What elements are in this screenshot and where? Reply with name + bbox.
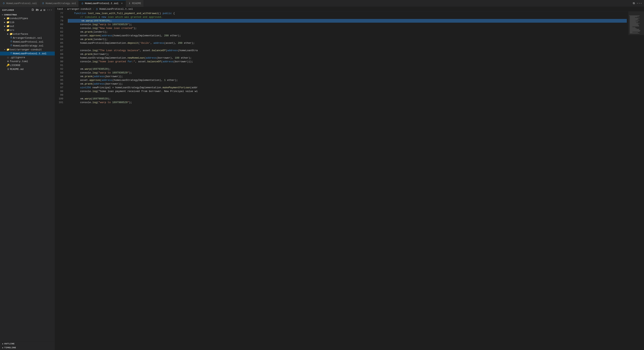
folder-icon: 📁 <box>6 17 10 20</box>
folder-arrow-src: ▾ <box>3 29 6 31</box>
sidebar-item-readme-md[interactable]: ℹ README.md <box>0 67 55 71</box>
sidebar-item-out[interactable]: ▶ 📁 out <box>0 24 55 28</box>
sidebar-item-lib[interactable]: ▶ 📁 lib <box>0 20 55 24</box>
timeline-panel[interactable]: ▶ TIMELINE <box>2 346 18 349</box>
code-line-93: console.log("warp to 1697938529"); <box>68 71 627 75</box>
main-layout: EXPLORER 🗋 🗁 ↺ ⊟ ··· ▾ CONDUITRWA ▶ 📁 co… <box>0 7 644 350</box>
new-file-icon[interactable]: 🗋 <box>31 8 34 12</box>
editor-area: test › arranger-conduit › HomeLoanProtoc… <box>55 7 644 350</box>
refresh-icon[interactable]: ↺ <box>40 8 42 12</box>
tree-root-label: CONDUITRWA <box>4 14 55 16</box>
timeline-panel-container: ▶ TIMELINE <box>0 346 55 350</box>
sidebar-item-arranger-conduit-sol[interactable]: ArrangerConduit.sol <box>0 36 55 40</box>
sidebar-item-conduit-pipes[interactable]: ▶ 📁 conduitPipes <box>0 16 55 20</box>
sidebar-header: EXPLORER 🗋 🗁 ↺ ⊟ ··· <box>0 7 55 13</box>
code-lines[interactable]: function test_new_loan_with_full_payment… <box>66 11 628 350</box>
tab-label: README <box>132 2 141 5</box>
editor-content[interactable]: 7778798081828384858687888990919293949596… <box>55 11 644 350</box>
code-line-96: vm.prank(address(borrower)); <box>68 82 627 86</box>
outline-panel[interactable]: ▶ OUTLINE <box>2 342 16 345</box>
key-file-icon: 🔑 <box>6 64 10 67</box>
folder-arrow-test: ▾ <box>3 48 6 51</box>
sidebar-label-homeloan-strategy-sol: HomeLoanStrategy.sol <box>13 44 55 47</box>
sidebar-label-homeloan-protocol-t-sol: HomeLoanProtocol.t.sol <box>13 52 55 55</box>
dot-file-icon: ◌ <box>6 56 10 59</box>
code-line-100: vm.warp(1697988529); <box>68 97 627 101</box>
sidebar-label-homeloan-protocol-sol: HomeLoanProtocol.sol <box>13 40 55 43</box>
eth-file-icon <box>10 44 13 47</box>
sidebar-label-interfaces: interfaces <box>13 33 55 35</box>
code-line-78: // simulate a new loan which was granted… <box>68 15 627 19</box>
tab-homeloan-strategy[interactable]: HomeLoanStrategy.sol <box>39 0 79 7</box>
breadcrumb-part-file[interactable]: HomeLoanProtocol.t.sol <box>100 8 133 10</box>
code-line-81: console.log("New home loan created"); <box>68 26 627 30</box>
bottom-panels: ▶ OUTLINE <box>0 341 55 346</box>
sidebar: EXPLORER 🗋 🗁 ↺ ⊟ ··· ▾ CONDUITRWA ▶ 📁 co… <box>0 7 55 350</box>
tree-arrow: ▾ <box>1 14 4 16</box>
code-line-95: asset.approve(address(homeLoanStrategyIm… <box>68 78 627 82</box>
outline-arrow: ▶ <box>2 343 4 345</box>
split-editor-icon[interactable]: ⧉ <box>633 2 635 5</box>
code-line-87: console.log("The Loan strategy balance",… <box>68 49 627 52</box>
breadcrumb-sep-1: › <box>64 8 66 10</box>
folder-icon: 📁 <box>10 32 13 35</box>
code-line-101: console.log("warp to 1697988529"); <box>68 101 627 104</box>
folder-arrow-lib: ▶ <box>3 21 6 23</box>
minimap-slider <box>628 11 644 35</box>
tab-close-button[interactable]: × <box>120 2 123 5</box>
gear-file-icon: ⚙ <box>6 60 10 63</box>
more-actions-icon[interactable]: ··· <box>636 1 642 5</box>
eth-file-icon <box>10 52 13 55</box>
sidebar-item-homeloan-protocol-t-sol[interactable]: HomeLoanProtocol.t.sol <box>0 52 55 55</box>
code-line-89: homeLoanStrategyImplementation.newHomeLo… <box>68 56 627 60</box>
code-line-82: vm.prank(lender1); <box>68 30 627 34</box>
code-line-77: function test_new_loan_with_full_payment… <box>68 11 627 15</box>
timeline-label: TIMELINE <box>4 347 16 349</box>
folder-icon: 📁 <box>6 21 10 24</box>
new-folder-icon[interactable]: 🗁 <box>36 8 39 12</box>
code-line-92: vm.warp(1697938529); <box>68 67 627 71</box>
code-line-94: vm.prank(address(borrower)); <box>68 75 627 78</box>
sidebar-item-homeloan-protocol-sol[interactable]: HomeLoanProtocol.sol <box>0 40 55 44</box>
code-line-83: asset.approve(address(homeLoanStrategyIm… <box>68 34 627 37</box>
folder-arrow-out: ▶ <box>3 25 6 27</box>
folder-arrow-conduit-pipes: ▶ <box>3 17 6 19</box>
sidebar-item-interfaces[interactable]: ▶ 📁 interfaces <box>0 32 55 36</box>
eth-file-icon <box>10 40 13 43</box>
outline-label: OUTLINE <box>4 343 14 345</box>
code-line-79: vm.warp(1697838529); <box>68 19 627 23</box>
code-line-86 <box>68 45 627 49</box>
code-line-91 <box>68 63 627 67</box>
sidebar-title: EXPLORER <box>2 9 14 11</box>
tab-label: HomeLoanProtocol.sol <box>6 2 37 5</box>
breadcrumb-part-test[interactable]: test <box>57 8 63 10</box>
breadcrumb-part-arranger[interactable]: arranger-conduit <box>67 8 92 10</box>
sidebar-item-homeloan-strategy-sol[interactable]: HomeLoanStrategy.sol <box>0 44 55 48</box>
tab-bar-actions: ⧉ ··· <box>631 1 644 5</box>
sidebar-item-src[interactable]: ▾ 📁 src <box>0 28 55 32</box>
tree-root[interactable]: ▾ CONDUITRWA <box>0 13 55 16</box>
code-line-98: console.log("home loan payment received … <box>68 89 627 93</box>
sidebar-item-test-arranger-conduit[interactable]: ▾ 📁 test/arranger-conduit <box>0 48 55 52</box>
eth-icon <box>81 2 84 5</box>
sidebar-item-foundry-toml[interactable]: ⚙ foundry.toml <box>0 59 55 63</box>
sidebar-header-icons: 🗋 🗁 ↺ ⊟ ··· <box>31 8 52 12</box>
sidebar-label-lib: lib <box>10 21 55 24</box>
eth-icon <box>42 2 44 5</box>
sidebar-label-gitignore: .gitignore <box>10 56 55 59</box>
folder-arrow-interfaces: ▶ <box>6 33 10 35</box>
sidebar-item-license[interactable]: 🔑 LICENSE <box>0 63 55 67</box>
sidebar-label-license: LICENSE <box>10 64 55 67</box>
tab-homeloan-protocol[interactable]: HomeLoanProtocol.sol <box>0 0 39 7</box>
timeline-arrow: ▶ <box>2 347 4 349</box>
code-line-84: vm.prank(lender1); <box>68 37 627 41</box>
tab-bar: HomeLoanProtocol.sol HomeLoanStrategy.so… <box>0 0 644 7</box>
folder-icon: 📁 <box>6 48 10 51</box>
tab-homeloan-protocol-t[interactable]: HomeLoanProtocol.t.sol × <box>79 0 126 7</box>
tab-readme[interactable]: ℹ README <box>126 0 144 7</box>
sidebar-item-gitignore[interactable]: ◌ .gitignore <box>0 55 55 59</box>
minimap: ████████████████████████████████████ ███… <box>628 11 644 350</box>
more-icon[interactable]: ··· <box>47 8 52 12</box>
collapse-icon[interactable]: ⊟ <box>44 8 46 12</box>
sidebar-label-test-arranger-conduit: test/arranger-conduit <box>10 48 55 51</box>
